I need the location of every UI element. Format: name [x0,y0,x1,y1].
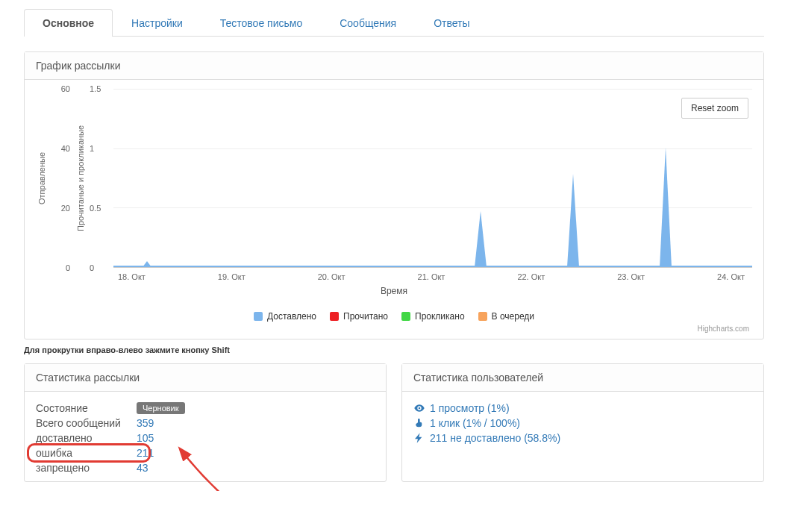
user-stat-undelivered[interactable]: 211 не доставлено (58.8%) [413,431,752,445]
x-tick: 18. Окт [118,272,146,281]
x-tick: 23. Окт [617,272,645,281]
stat-total-link[interactable]: 359 [137,417,154,429]
state-badge: Черновик [137,402,185,414]
y-right-axis: 0 0.5 1 1.5 [87,89,113,268]
legend-label: Прочитано [343,311,388,322]
stat-row-blocked: запрещено 43 [36,460,375,475]
stat-label: ошибка [36,447,137,459]
chart-spike [475,211,487,267]
stat-row-delivered: доставлено 105 [36,431,375,445]
chart-spike [660,148,672,267]
scroll-hint-text: Для прокрутки вправо-влево зажмите кнопк… [24,345,764,354]
y-right-axis-label: Прочитаные и прокликаные [75,89,87,268]
y-right-tick: 0 [90,263,94,272]
user-stat-label: 211 не доставлено (58.8%) [430,432,560,444]
y-left-axis-label: Отправленые [36,89,48,268]
y-right-tick: 1.5 [90,84,101,93]
baseline-line [113,266,752,267]
y-right-tick: 1 [90,144,94,153]
user-stats-title: Статистика пользователей [402,364,763,392]
tab-messages[interactable]: Сообщения [321,9,415,37]
legend-read[interactable]: Прочитано [330,311,388,322]
user-stat-views[interactable]: 1 просмотр (1%) [413,401,752,416]
chart-panel: График рассылки Reset zoom Отправленые 0… [24,51,764,339]
mailing-stats-title: Статистика рассылки [25,364,386,392]
hand-click-icon [413,417,425,429]
eye-icon [413,402,425,414]
tab-settings[interactable]: Настройки [113,9,201,37]
x-tick: 22. Окт [517,272,545,281]
swatch-icon [254,312,263,321]
swatch-icon [401,312,410,321]
chart-plot-area[interactable]: Отправленые 0 20 40 60 Прочитаные и прок… [36,89,752,268]
user-stat-clicks[interactable]: 1 клик (1% / 100%) [413,416,752,431]
chart-panel-title: График рассылки [25,52,763,80]
bolt-icon [413,432,425,444]
stat-label: запрещено [36,462,137,474]
plot-surface[interactable] [113,89,752,268]
legend-clicked[interactable]: Прокликано [401,311,465,322]
chart-spike [567,174,579,267]
y-left-tick: 40 [61,144,70,153]
x-axis: 18. Окт 19. Окт 20. Окт 21. Окт 22. Окт … [36,272,752,281]
x-tick: 20. Окт [318,272,345,281]
legend-queued[interactable]: В очереди [478,311,534,322]
stat-label: Состояние [36,402,137,414]
stat-row-error: ошибка 211 [36,445,375,460]
legend-label: Доставлено [267,311,316,322]
user-stats-panel: Статистика пользователей 1 просмотр (1%)… [401,363,764,482]
legend-delivered[interactable]: Доставлено [254,311,316,322]
x-tick: 24. Окт [717,272,745,281]
x-tick: 21. Окт [418,272,445,281]
y-left-tick: 20 [61,204,70,213]
user-stat-label: 1 клик (1% / 100%) [430,417,520,429]
tabs-bar: Основное Настройки Тестовое письмо Сообщ… [24,9,764,37]
tab-replies[interactable]: Ответы [415,9,488,37]
x-axis-label: Время [36,286,752,296]
stat-row-state: Состояние Черновик [36,401,375,416]
swatch-icon [330,312,339,321]
legend-label: Прокликано [415,311,465,322]
mailing-stats-panel: Статистика рассылки Состояние Черновик В… [24,363,387,482]
swatch-icon [478,312,487,321]
y-left-axis: 0 20 40 60 [48,89,75,268]
x-tick: 19. Окт [218,272,246,281]
stat-delivered-link[interactable]: 105 [137,432,154,444]
stat-error-link[interactable]: 211 [137,447,154,459]
y-left-tick: 60 [61,84,70,93]
y-left-tick: 0 [66,263,70,272]
tab-test-mail[interactable]: Тестовое письмо [201,9,321,37]
stat-label: доставлено [36,432,137,444]
tab-main[interactable]: Основное [24,9,113,37]
chart-credits-link[interactable]: Highcharts.com [36,325,752,333]
user-stat-label: 1 просмотр (1%) [430,402,510,414]
stat-row-total: Всего сообщений 359 [36,416,375,431]
legend-label: В очереди [492,311,534,322]
stat-label: Всего сообщений [36,417,137,429]
chart-legend: Доставлено Прочитано Прокликано В очеред… [36,311,752,322]
y-right-tick: 0.5 [90,204,101,213]
stat-blocked-link[interactable]: 43 [137,462,148,474]
